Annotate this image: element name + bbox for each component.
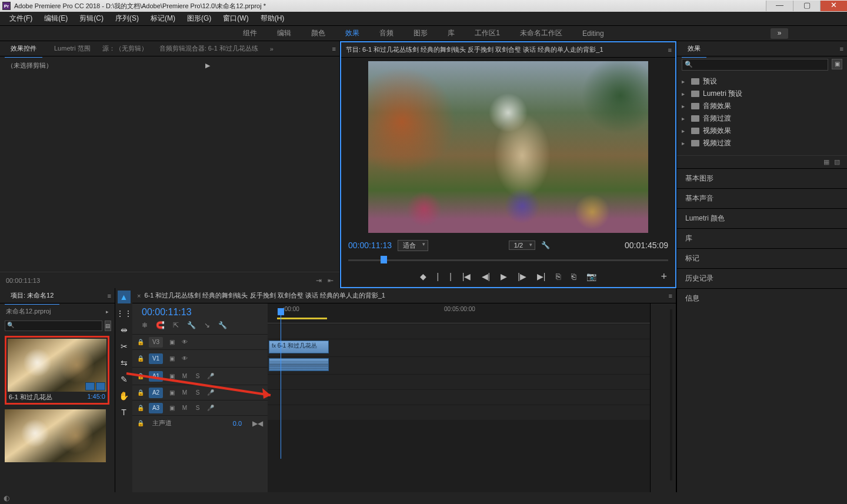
- work-area-bar[interactable]: [277, 318, 327, 319]
- type-tool[interactable]: T: [118, 406, 131, 419]
- panel-menu-icon[interactable]: ≡: [668, 46, 671, 54]
- tree-item-video-trans[interactable]: ▸视频过渡: [677, 137, 847, 149]
- tab-source[interactable]: 源：（无剪辑）: [102, 44, 148, 53]
- minimize-button[interactable]: —: [766, 1, 793, 11]
- track-v1[interactable]: fx 6-1 和过几花丛: [268, 339, 650, 356]
- track-label[interactable]: A1: [149, 371, 163, 382]
- timeline-timecode[interactable]: 00:00:11:13: [132, 303, 268, 320]
- project-clip-2[interactable]: [5, 409, 106, 462]
- track-label[interactable]: A3: [149, 403, 163, 413]
- record-toggle[interactable]: 🎤: [206, 405, 215, 411]
- export-frame-icon[interactable]: 📷: [586, 272, 596, 281]
- ws-tab-editing-en[interactable]: Editing: [582, 29, 604, 38]
- timeline-tracks-area[interactable]: :00:00 00:05:00:00 fx 6-1 和过几花丛: [268, 303, 650, 504]
- mute-toggle[interactable]: M: [181, 405, 189, 411]
- program-timecode[interactable]: 00:00:11:13: [348, 241, 392, 250]
- solo-toggle[interactable]: S: [194, 373, 202, 379]
- mark-out-icon[interactable]: |: [437, 272, 439, 281]
- ws-tab-assembly[interactable]: 组件: [243, 28, 257, 38]
- effects-search-input[interactable]: [682, 59, 828, 71]
- track-header-v3[interactable]: 🔒 V3 ▣ 👁: [132, 334, 268, 349]
- track-header-a3[interactable]: 🔒 A3 ▣ M S 🎤: [132, 400, 268, 415]
- menu-marker[interactable]: 标记(M): [145, 14, 181, 24]
- fx-toggle[interactable]: ▣: [168, 389, 176, 396]
- ws-tab-ws1[interactable]: 工作区1: [475, 28, 500, 38]
- track-label[interactable]: V1: [149, 353, 163, 364]
- solo-toggle[interactable]: S: [194, 389, 202, 396]
- lock-icon[interactable]: 🔒: [137, 355, 144, 362]
- program-video-display[interactable]: [368, 61, 648, 233]
- panel-menu-icon[interactable]: ≡: [840, 45, 842, 52]
- tree-item-video-fx[interactable]: ▸视频效果: [677, 125, 847, 137]
- keyframe-add-icon[interactable]: ⇤: [328, 276, 334, 285]
- chevron-right-icon[interactable]: ▸: [106, 309, 109, 315]
- extract-icon[interactable]: ⎗: [571, 272, 576, 281]
- new-bin-icon[interactable]: ▣: [832, 59, 842, 69]
- panel-info[interactable]: 信息: [677, 288, 847, 308]
- fx-toggle[interactable]: ▣: [168, 355, 176, 362]
- record-toggle[interactable]: 🎤: [206, 373, 215, 379]
- insert-icon[interactable]: ↘: [204, 321, 210, 329]
- ws-tab-unnamed[interactable]: 未命名工作区: [520, 28, 562, 38]
- lock-icon[interactable]: 🔒: [137, 405, 144, 411]
- lift-icon[interactable]: ⎘: [556, 272, 561, 281]
- track-master[interactable]: [268, 405, 650, 420]
- track-a3[interactable]: [268, 389, 650, 405]
- filter-icon[interactable]: ▤: [105, 321, 111, 331]
- selection-tool[interactable]: ▲: [118, 291, 131, 303]
- program-scrubber[interactable]: [348, 254, 668, 266]
- menu-sequence[interactable]: 序列(S): [109, 14, 145, 24]
- track-a2[interactable]: [268, 374, 650, 389]
- tab-audio-mixer[interactable]: 音频剪辑混合器: 6-1 和过几花丛练: [159, 44, 258, 53]
- expand-arrow-icon[interactable]: ▶: [205, 62, 210, 69]
- keyframe-icon[interactable]: ▶◀: [252, 419, 263, 428]
- tree-item-presets[interactable]: ▸预设: [677, 75, 847, 88]
- track-v3[interactable]: [268, 323, 650, 339]
- marker-icon[interactable]: ⇱: [173, 321, 179, 329]
- project-breadcrumb[interactable]: 未命名12.prproj: [6, 307, 51, 316]
- keyframe-nav-icon[interactable]: ⇥: [316, 276, 322, 285]
- tab-lumetri-scopes[interactable]: Lumetri 范围: [54, 44, 91, 53]
- panel-menu-icon[interactable]: ≡: [669, 292, 671, 299]
- panel-libraries[interactable]: 库: [677, 228, 847, 248]
- lock-icon[interactable]: 🔒: [137, 389, 144, 396]
- button-editor-icon[interactable]: +: [661, 271, 667, 283]
- track-label[interactable]: A2: [149, 388, 163, 398]
- mute-toggle[interactable]: M: [181, 373, 189, 379]
- ws-tab-color[interactable]: 颜色: [311, 28, 325, 38]
- panel-history[interactable]: 历史记录: [677, 268, 847, 288]
- timeline-ruler[interactable]: :00:00 00:05:00:00: [268, 303, 650, 323]
- lock-icon[interactable]: 🔒: [137, 373, 144, 379]
- track-header-a2[interactable]: 🔒 A2 ▣ M S 🎤: [132, 385, 268, 400]
- track-header-a1[interactable]: 🔒 A1 ▣ M S 🎤: [132, 367, 268, 385]
- wrench-icon[interactable]: 🔧: [218, 321, 227, 329]
- pen-tool[interactable]: ✎: [118, 373, 131, 386]
- menu-window[interactable]: 窗口(W): [217, 14, 254, 24]
- track-a1[interactable]: [268, 356, 650, 374]
- tree-item-audio-fx[interactable]: ▸音频效果: [677, 100, 847, 112]
- close-button[interactable]: ✕: [820, 1, 847, 11]
- tree-item-audio-trans[interactable]: ▸音频过渡: [677, 112, 847, 125]
- tab-project[interactable]: 项目: 未命名12: [5, 289, 59, 302]
- eye-toggle[interactable]: 👁: [181, 355, 189, 362]
- panel-menu-icon[interactable]: ≡: [332, 45, 335, 52]
- menu-graphics[interactable]: 图形(G): [181, 14, 217, 24]
- resolution-dropdown[interactable]: 1/2: [509, 241, 535, 250]
- eye-toggle[interactable]: 👁: [181, 339, 189, 345]
- razor-tool[interactable]: ✂: [118, 340, 131, 353]
- ws-tab-effects[interactable]: 效果: [345, 28, 359, 38]
- timeline-clip-audio[interactable]: [269, 358, 329, 371]
- sequence-name[interactable]: 6-1 和过几花丛练剑 经典的舞剑镜头 反手挽剑 双剑合璧 谈话 经典的单人走的…: [144, 291, 385, 300]
- play-icon[interactable]: ▶: [501, 272, 507, 281]
- linked-selection-icon[interactable]: 🧲: [156, 321, 165, 329]
- panel-essential-graphics[interactable]: 基本图形: [677, 168, 847, 188]
- track-label[interactable]: V3: [149, 337, 163, 348]
- hand-tool[interactable]: ✋: [118, 389, 131, 402]
- tab-effect-controls[interactable]: 效果控件: [5, 42, 42, 55]
- menu-help[interactable]: 帮助(H): [255, 14, 291, 24]
- step-back-icon[interactable]: ◀|: [482, 272, 491, 281]
- panel-menu-icon[interactable]: ≡: [108, 292, 110, 299]
- master-level[interactable]: 0.0: [233, 420, 242, 427]
- close-seq-icon[interactable]: ×: [137, 292, 141, 299]
- zoom-fit-dropdown[interactable]: 适合: [398, 240, 428, 251]
